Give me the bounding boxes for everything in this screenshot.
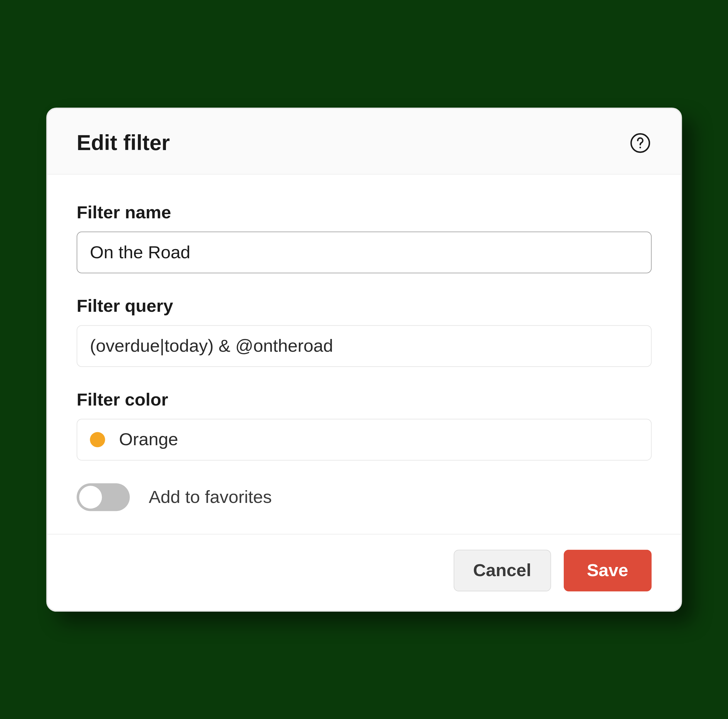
filter-color-label: Filter color (76, 390, 652, 410)
filter-color-field: Filter color Orange (76, 390, 652, 460)
modal-footer: Cancel Save (47, 534, 681, 610)
filter-query-label: Filter query (76, 296, 652, 316)
favorites-row: Add to favorites (76, 483, 652, 511)
filter-name-field: Filter name (76, 202, 652, 273)
edit-filter-modal: Edit filter Filter name Filter query Fil… (46, 107, 682, 611)
modal-title: Edit filter (76, 130, 170, 155)
favorites-label: Add to favorites (149, 487, 272, 507)
filter-name-label: Filter name (76, 202, 652, 222)
favorites-toggle[interactable] (76, 483, 130, 511)
filter-query-input[interactable] (76, 325, 652, 367)
filter-query-field: Filter query (76, 296, 652, 367)
modal-body: Filter name Filter query Filter color Or… (47, 174, 681, 534)
cancel-button[interactable]: Cancel (453, 549, 551, 591)
filter-color-select[interactable]: Orange (76, 419, 652, 460)
svg-point-1 (639, 146, 641, 148)
modal-header: Edit filter (47, 109, 681, 174)
help-icon[interactable] (629, 131, 652, 154)
toggle-knob-icon (79, 486, 102, 508)
color-swatch-icon (90, 432, 105, 447)
filter-color-selected: Orange (119, 430, 178, 450)
save-button[interactable]: Save (563, 549, 652, 591)
filter-name-input[interactable] (76, 231, 652, 273)
